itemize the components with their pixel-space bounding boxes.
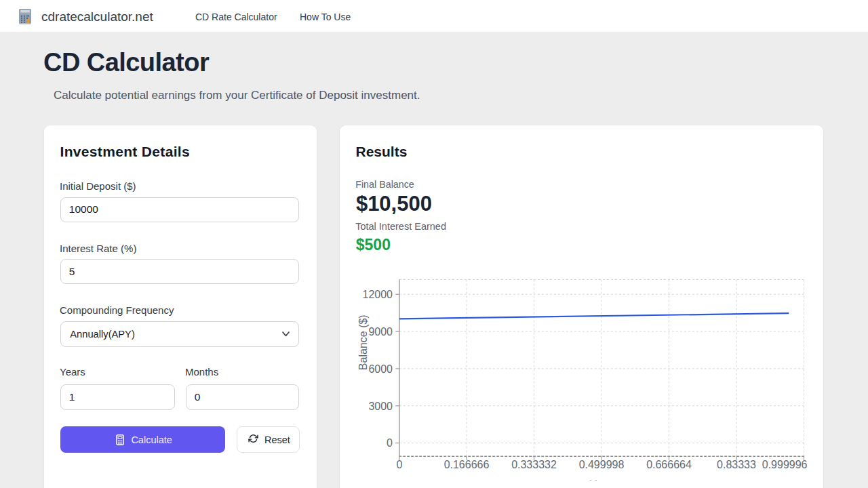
svg-text:0.499998: 0.499998 xyxy=(579,459,625,470)
svg-text:0.333332: 0.333332 xyxy=(511,459,557,470)
svg-text:3000: 3000 xyxy=(368,401,393,412)
svg-text:0.666664: 0.666664 xyxy=(646,459,692,470)
svg-text:6000: 6000 xyxy=(368,363,393,375)
svg-text:Balance ($): Balance ($) xyxy=(357,314,369,370)
svg-text:9000: 9000 xyxy=(368,326,393,338)
svg-text:0.999996: 0.999996 xyxy=(762,459,808,470)
svg-text:12000: 12000 xyxy=(363,289,393,300)
svg-text:0.83333: 0.83333 xyxy=(717,459,756,470)
svg-text:0: 0 xyxy=(396,459,402,470)
svg-text:0: 0 xyxy=(387,437,393,449)
svg-text:0.166666: 0.166666 xyxy=(444,459,490,470)
